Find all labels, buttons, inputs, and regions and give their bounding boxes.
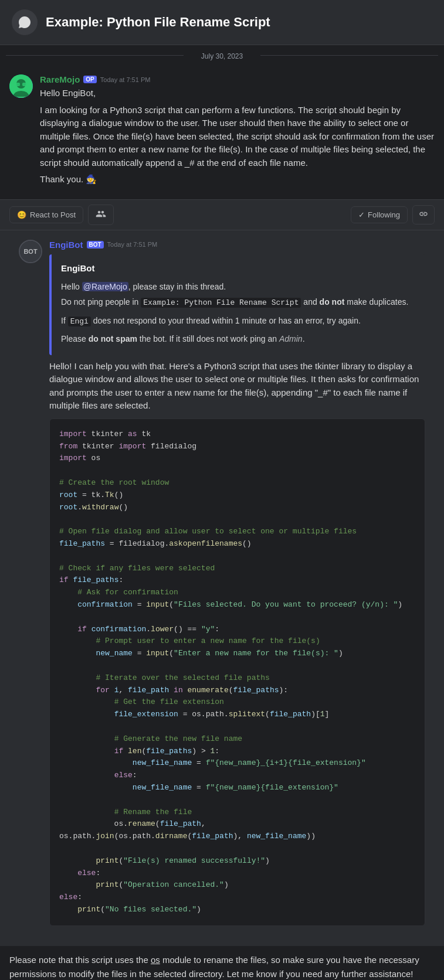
notice-line-2: Do not ping people in Example: Python Fi… (61, 295, 416, 309)
footer-text: Please note that this script uses the os… (0, 946, 444, 980)
code-line-38: print("Operation cancelled.") (59, 879, 415, 891)
notice-hello: Hello (61, 282, 82, 291)
header: Example: Python File Rename Script (0, 0, 444, 45)
username-engibot: EngiBot (49, 240, 83, 250)
page-title: Example: Python File Rename Script (46, 15, 270, 30)
date-divider: July 30, 2023 (0, 45, 444, 65)
checkmark-icon: ✓ (358, 210, 365, 219)
svg-rect-3 (22, 83, 27, 86)
code-line-6: root = tk.Tk() (59, 489, 415, 502)
notice-title: EngiBot (61, 261, 416, 275)
footer-paragraph: Please note that this script uses the os… (9, 953, 435, 980)
code-line-16 (59, 611, 415, 624)
notice-admin: Admin (279, 334, 303, 343)
code-line-30: new_file_name = f"{new_name}{file_extens… (59, 782, 415, 794)
message-1-text: Hello EngiBot, I am looking for a Python… (40, 87, 435, 186)
code-line-12: # Check if any files were selected (59, 563, 415, 575)
code-line-1: import tkinter as tk (59, 428, 415, 441)
code-line-11 (59, 550, 415, 563)
chain-link-icon (419, 209, 428, 219)
code-line-35 (59, 843, 415, 855)
notice-noping-pre: Do not ping people in (61, 297, 141, 307)
chat-icon (18, 15, 32, 29)
code-line-29: else: (59, 770, 415, 782)
code-line-7: root.withdraw() (59, 502, 415, 514)
message-1-header: RareMojo OP Today at 7:51 PM (40, 74, 435, 84)
notice-still: the bot. If it still does not work ping … (137, 334, 279, 343)
code-line-22: for i, file_path in enumerate(file_paths… (59, 685, 415, 697)
code-line-20 (59, 660, 415, 672)
following-button[interactable]: ✓ Following (351, 206, 408, 223)
notice-period: . (303, 334, 305, 343)
code-line-37: else: (59, 867, 415, 880)
code-line-28: new_file_name = f"{new_name}_{i+1}{file_… (59, 757, 415, 770)
message-2-content: EngiBot BOT Today at 7:51 PM EngiBot Hel… (49, 240, 425, 932)
code-line-40: print("No files selected.") (59, 904, 415, 916)
code-line-23: # Get the file extension (59, 696, 415, 709)
message-2-response: Hello! I can help you with that. Here's … (49, 360, 425, 413)
code-line-26: # Generate the new file name (59, 733, 415, 746)
avatar-engibot: BOT (19, 240, 42, 263)
code-line-27: if len(file_paths) > 1: (59, 746, 415, 758)
code-line-10: file_paths = filedialog.askopenfilenames… (59, 538, 415, 550)
smile-icon: 😊 (17, 210, 26, 219)
message-1-body: I am looking for a Python3 script that c… (40, 104, 435, 170)
code-line-33: os.rename(file_path, (59, 818, 415, 831)
notice-donot-bold: do not (320, 297, 345, 307)
message-2: BOT EngiBot BOT Today at 7:51 PM EngiBot… (9, 235, 435, 937)
action-bar: 😊 React to Post ✓ Following (0, 199, 444, 230)
username-raremojo: RareMojo (40, 74, 80, 84)
notice-if-post: does not respond to your thread within 1… (91, 316, 361, 325)
message-2-header: EngiBot BOT Today at 7:51 PM (49, 240, 425, 250)
code-line-8 (59, 513, 415, 526)
code-line-4 (59, 465, 415, 477)
code-line-31 (59, 794, 415, 807)
code-line-36: print("File(s) renamed successfully!") (59, 855, 415, 867)
notice-nodup: make duplicates. (344, 297, 408, 307)
timestamp-2: Today at 7:51 PM (107, 241, 158, 248)
emoji-icon (96, 209, 106, 221)
message-1-thanks: Thank you. 🧙 (40, 173, 435, 186)
code-line-18: # Prompt user to enter a new name for th… (59, 635, 415, 648)
message-1-container: RareMojo OP Today at 7:51 PM Hello EngiB… (0, 65, 444, 199)
react-to-post-button[interactable]: 😊 React to Post (9, 206, 83, 223)
notice-line-4: Please do not spam the bot. If it still … (61, 332, 416, 345)
code-line-5: # Create the root window (59, 477, 415, 489)
code-line-39: else: (59, 891, 415, 904)
code-line-14: # Ask for confirmation (59, 587, 415, 599)
code-line-32: # Rename the file (59, 807, 415, 819)
message-1-greeting: Hello EngiBot, (40, 87, 435, 100)
badge-bot: BOT (87, 241, 104, 249)
react-label: React to Post (30, 210, 76, 219)
people-icon (96, 209, 106, 219)
code-line-25 (59, 721, 415, 733)
code-line-15: confirmation = input("Files selected. Do… (59, 599, 415, 611)
code-line-13: if file_paths: (59, 574, 415, 587)
emoji-button[interactable] (88, 205, 114, 225)
notice-stay: , please stay in this thread. (128, 282, 226, 291)
code-line-3: import os (59, 452, 415, 465)
header-icon (12, 9, 38, 35)
following-label: Following (368, 210, 400, 219)
avatar-raremojo (9, 74, 33, 98)
notice-if-pre: If (61, 316, 68, 325)
link-icon (419, 209, 428, 220)
code-block: import tkinter as tk from tkinter import… (49, 418, 425, 926)
os-inline: os (151, 955, 160, 965)
engibot-section: BOT EngiBot BOT Today at 7:51 PM EngiBot… (0, 230, 444, 946)
mention-raremojo: @RareMojo (82, 282, 128, 291)
code-line-34: os.path.join(os.path.dirname(file_path),… (59, 831, 415, 843)
notice-channel-code: Example: Python File Rename Script (141, 298, 301, 308)
notice-line-1: Hello @RareMojo, please stay in this thr… (61, 280, 416, 293)
code-line-2: from tkinter import filedialog (59, 441, 415, 453)
link-button[interactable] (412, 205, 435, 224)
message-1-content: RareMojo OP Today at 7:51 PM Hello EngiB… (40, 74, 435, 190)
timestamp-1: Today at 7:51 PM (100, 76, 151, 83)
notice-please: Please (61, 334, 89, 343)
badge-op: OP (83, 76, 96, 83)
avatar-raremojo-image (9, 74, 33, 98)
notice-engi-code: Engi (68, 317, 91, 326)
code-line-24: file_extension = os.path.splitext(file_p… (59, 709, 415, 721)
code-line-17: if confirmation.lower() == "y": (59, 624, 415, 636)
notice-noping-post: and (301, 297, 319, 307)
